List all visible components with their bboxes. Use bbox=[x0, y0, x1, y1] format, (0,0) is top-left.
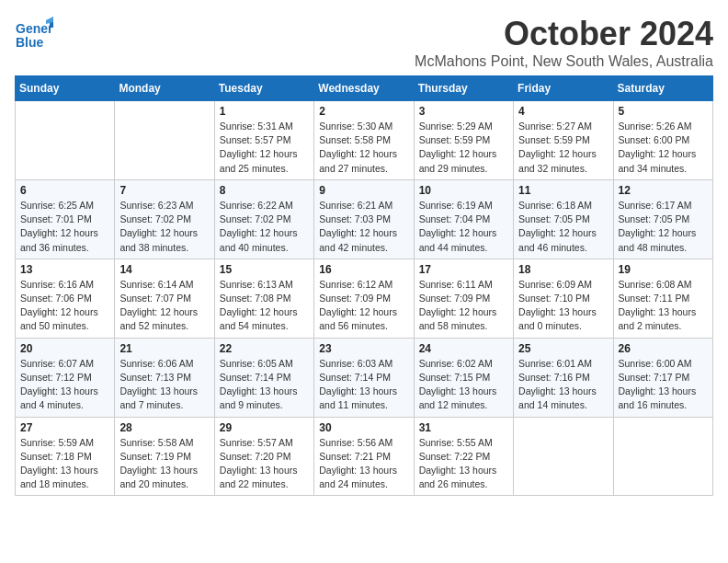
calendar-cell: 22Sunrise: 6:05 AM Sunset: 7:14 PM Dayli… bbox=[214, 338, 313, 417]
calendar-cell: 9Sunrise: 6:21 AM Sunset: 7:03 PM Daylig… bbox=[314, 179, 414, 259]
day-number: 9 bbox=[319, 184, 408, 197]
day-number: 3 bbox=[419, 105, 508, 118]
day-number: 1 bbox=[220, 105, 309, 118]
day-info: Sunrise: 6:01 AM Sunset: 7:16 PM Dayligh… bbox=[518, 357, 608, 413]
calendar-cell: 19Sunrise: 6:08 AM Sunset: 7:11 PM Dayli… bbox=[613, 259, 712, 338]
day-info: Sunrise: 6:23 AM Sunset: 7:02 PM Dayligh… bbox=[119, 199, 209, 255]
page-container: General Blue October 2024 McMahons Point… bbox=[15, 15, 713, 496]
calendar-cell bbox=[514, 417, 613, 496]
calendar-cell: 12Sunrise: 6:17 AM Sunset: 7:05 PM Dayli… bbox=[613, 179, 712, 259]
day-info: Sunrise: 5:27 AM Sunset: 5:59 PM Dayligh… bbox=[518, 120, 608, 176]
day-info: Sunrise: 5:29 AM Sunset: 5:59 PM Dayligh… bbox=[419, 120, 508, 176]
day-number: 5 bbox=[619, 105, 708, 118]
calendar-cell: 30Sunrise: 5:56 AM Sunset: 7:21 PM Dayli… bbox=[314, 417, 414, 496]
day-info: Sunrise: 6:25 AM Sunset: 7:01 PM Dayligh… bbox=[20, 199, 109, 255]
day-number: 27 bbox=[20, 421, 109, 434]
day-info: Sunrise: 6:11 AM Sunset: 7:09 PM Dayligh… bbox=[419, 278, 508, 334]
day-info: Sunrise: 6:21 AM Sunset: 7:03 PM Dayligh… bbox=[319, 199, 408, 255]
col-sunday: Sunday bbox=[16, 76, 115, 101]
day-number: 14 bbox=[119, 263, 209, 276]
day-info: Sunrise: 5:31 AM Sunset: 5:57 PM Dayligh… bbox=[220, 120, 309, 176]
day-info: Sunrise: 6:05 AM Sunset: 7:14 PM Dayligh… bbox=[220, 357, 309, 413]
day-info: Sunrise: 6:06 AM Sunset: 7:13 PM Dayligh… bbox=[119, 357, 209, 413]
logo-icon: General Blue bbox=[15, 15, 53, 53]
calendar-cell: 2Sunrise: 5:30 AM Sunset: 5:58 PM Daylig… bbox=[314, 101, 414, 180]
day-number: 25 bbox=[518, 342, 608, 355]
day-number: 18 bbox=[518, 263, 608, 276]
day-info: Sunrise: 6:02 AM Sunset: 7:15 PM Dayligh… bbox=[419, 357, 508, 413]
calendar-cell: 16Sunrise: 6:12 AM Sunset: 7:09 PM Dayli… bbox=[314, 259, 414, 338]
calendar-cell: 23Sunrise: 6:03 AM Sunset: 7:14 PM Dayli… bbox=[314, 338, 414, 417]
day-info: Sunrise: 6:03 AM Sunset: 7:14 PM Dayligh… bbox=[319, 357, 408, 413]
svg-text:Blue: Blue bbox=[16, 35, 44, 50]
day-number: 16 bbox=[319, 263, 408, 276]
day-info: Sunrise: 6:18 AM Sunset: 7:05 PM Dayligh… bbox=[518, 199, 608, 255]
day-info: Sunrise: 6:14 AM Sunset: 7:07 PM Dayligh… bbox=[119, 278, 209, 334]
day-info: Sunrise: 5:55 AM Sunset: 7:22 PM Dayligh… bbox=[419, 436, 508, 492]
day-number: 26 bbox=[619, 342, 708, 355]
day-info: Sunrise: 6:08 AM Sunset: 7:11 PM Dayligh… bbox=[619, 278, 708, 334]
day-number: 24 bbox=[419, 342, 508, 355]
day-number: 23 bbox=[319, 342, 408, 355]
day-number: 7 bbox=[119, 184, 209, 197]
calendar-cell: 6Sunrise: 6:25 AM Sunset: 7:01 PM Daylig… bbox=[16, 179, 115, 259]
calendar-week-2: 6Sunrise: 6:25 AM Sunset: 7:01 PM Daylig… bbox=[16, 179, 713, 259]
day-info: Sunrise: 5:59 AM Sunset: 7:18 PM Dayligh… bbox=[20, 436, 109, 492]
calendar-cell: 8Sunrise: 6:22 AM Sunset: 7:02 PM Daylig… bbox=[214, 179, 313, 259]
header-row: Sunday Monday Tuesday Wednesday Thursday… bbox=[16, 76, 713, 101]
day-number: 17 bbox=[419, 263, 508, 276]
day-number: 2 bbox=[319, 105, 408, 118]
day-number: 15 bbox=[220, 263, 309, 276]
day-info: Sunrise: 6:00 AM Sunset: 7:17 PM Dayligh… bbox=[619, 357, 708, 413]
day-number: 13 bbox=[20, 263, 109, 276]
day-info: Sunrise: 6:19 AM Sunset: 7:04 PM Dayligh… bbox=[419, 199, 508, 255]
calendar-cell: 25Sunrise: 6:01 AM Sunset: 7:16 PM Dayli… bbox=[514, 338, 613, 417]
day-number: 29 bbox=[220, 421, 309, 434]
day-info: Sunrise: 6:09 AM Sunset: 7:10 PM Dayligh… bbox=[518, 278, 608, 334]
day-info: Sunrise: 6:16 AM Sunset: 7:06 PM Dayligh… bbox=[20, 278, 109, 334]
logo: General Blue bbox=[15, 15, 53, 53]
day-number: 28 bbox=[119, 421, 209, 434]
calendar-cell: 4Sunrise: 5:27 AM Sunset: 5:59 PM Daylig… bbox=[514, 101, 613, 180]
day-number: 10 bbox=[419, 184, 508, 197]
calendar-cell: 15Sunrise: 6:13 AM Sunset: 7:08 PM Dayli… bbox=[214, 259, 313, 338]
day-number: 8 bbox=[220, 184, 309, 197]
day-info: Sunrise: 5:26 AM Sunset: 6:00 PM Dayligh… bbox=[619, 120, 708, 176]
calendar-cell: 28Sunrise: 5:58 AM Sunset: 7:19 PM Dayli… bbox=[115, 417, 214, 496]
day-info: Sunrise: 5:57 AM Sunset: 7:20 PM Dayligh… bbox=[220, 436, 309, 492]
day-number: 11 bbox=[518, 184, 608, 197]
month-title: October 2024 bbox=[415, 15, 713, 53]
col-monday: Monday bbox=[115, 76, 214, 101]
calendar-cell: 17Sunrise: 6:11 AM Sunset: 7:09 PM Dayli… bbox=[414, 259, 513, 338]
col-thursday: Thursday bbox=[414, 76, 513, 101]
day-info: Sunrise: 6:13 AM Sunset: 7:08 PM Dayligh… bbox=[220, 278, 309, 334]
day-number: 4 bbox=[518, 105, 608, 118]
day-number: 31 bbox=[419, 421, 508, 434]
calendar-cell bbox=[16, 101, 115, 180]
title-block: October 2024 McMahons Point, New South W… bbox=[415, 15, 713, 70]
calendar-cell: 21Sunrise: 6:06 AM Sunset: 7:13 PM Dayli… bbox=[115, 338, 214, 417]
day-info: Sunrise: 5:30 AM Sunset: 5:58 PM Dayligh… bbox=[319, 120, 408, 176]
calendar-cell: 7Sunrise: 6:23 AM Sunset: 7:02 PM Daylig… bbox=[115, 179, 214, 259]
day-info: Sunrise: 5:58 AM Sunset: 7:19 PM Dayligh… bbox=[119, 436, 209, 492]
col-saturday: Saturday bbox=[613, 76, 712, 101]
col-wednesday: Wednesday bbox=[314, 76, 414, 101]
day-info: Sunrise: 5:56 AM Sunset: 7:21 PM Dayligh… bbox=[319, 436, 408, 492]
calendar-cell: 10Sunrise: 6:19 AM Sunset: 7:04 PM Dayli… bbox=[414, 179, 513, 259]
calendar-cell: 18Sunrise: 6:09 AM Sunset: 7:10 PM Dayli… bbox=[514, 259, 613, 338]
calendar-cell: 14Sunrise: 6:14 AM Sunset: 7:07 PM Dayli… bbox=[115, 259, 214, 338]
day-info: Sunrise: 6:22 AM Sunset: 7:02 PM Dayligh… bbox=[220, 199, 309, 255]
day-info: Sunrise: 6:12 AM Sunset: 7:09 PM Dayligh… bbox=[319, 278, 408, 334]
day-number: 12 bbox=[619, 184, 708, 197]
calendar-cell: 5Sunrise: 5:26 AM Sunset: 6:00 PM Daylig… bbox=[613, 101, 712, 180]
calendar-cell: 11Sunrise: 6:18 AM Sunset: 7:05 PM Dayli… bbox=[514, 179, 613, 259]
day-number: 21 bbox=[119, 342, 209, 355]
calendar-cell: 20Sunrise: 6:07 AM Sunset: 7:12 PM Dayli… bbox=[16, 338, 115, 417]
day-number: 22 bbox=[220, 342, 309, 355]
calendar-week-1: 1Sunrise: 5:31 AM Sunset: 5:57 PM Daylig… bbox=[16, 101, 713, 180]
calendar-week-3: 13Sunrise: 6:16 AM Sunset: 7:06 PM Dayli… bbox=[16, 259, 713, 338]
col-friday: Friday bbox=[514, 76, 613, 101]
calendar-cell: 27Sunrise: 5:59 AM Sunset: 7:18 PM Dayli… bbox=[16, 417, 115, 496]
calendar-cell: 31Sunrise: 5:55 AM Sunset: 7:22 PM Dayli… bbox=[414, 417, 513, 496]
col-tuesday: Tuesday bbox=[214, 76, 313, 101]
